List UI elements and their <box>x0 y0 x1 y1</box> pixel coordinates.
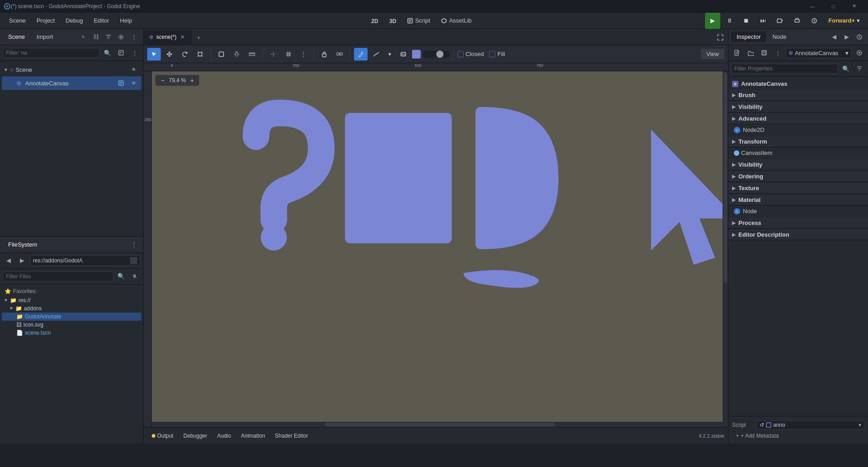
bottom-tab-audio[interactable]: Audio <box>213 431 236 441</box>
fs-item-icon[interactable]: 🖼 icon.svg <box>2 321 141 329</box>
tab-scene[interactable]: Scene <box>4 32 29 42</box>
menu-debug[interactable]: Debug <box>60 15 88 26</box>
annotatecanvas-script-btn[interactable] <box>115 77 127 89</box>
brush-section-header[interactable]: ▶ Brush <box>728 90 868 101</box>
filesystem-settings-btn[interactable]: ⋮ <box>128 238 140 250</box>
canvas-viewport[interactable]: − 79.4 % + <box>152 71 728 427</box>
editor-description-section-header[interactable]: ▶ Editor Description <box>728 229 868 240</box>
tree-item-annotatecanvas[interactable]: ⊕ AnnotateCanvas 👁 <box>2 76 141 90</box>
link-button[interactable]: ⛓ <box>90 31 102 43</box>
minimize-button[interactable]: — <box>802 0 823 13</box>
material-section-header[interactable]: ▶ Material <box>728 195 868 205</box>
ordering-section-header[interactable]: ▶ Ordering <box>728 171 868 182</box>
image-tool-btn[interactable] <box>397 48 410 61</box>
pan-tool-btn[interactable] <box>230 48 243 61</box>
process-section-header[interactable]: ▶ Process <box>728 218 868 229</box>
brush-size-slider[interactable] <box>423 51 450 58</box>
more-options-button[interactable]: ⋮ <box>128 31 140 43</box>
script-dropdown[interactable]: ▾ <box>859 422 861 428</box>
fs-item-scene[interactable]: 📄 scene.tscn <box>2 329 141 337</box>
fs-forward-btn[interactable]: ▶ <box>16 255 28 266</box>
deploy-with-remote-button[interactable] <box>807 13 822 29</box>
canvasitem-header[interactable]: CanvasItem <box>732 148 864 158</box>
tree-item-scene[interactable]: ▼ ○ Scene 👁 <box>2 63 141 76</box>
tab-filesystem[interactable]: FileSystem <box>4 239 42 250</box>
stop-button[interactable]: ⏹ <box>739 13 754 29</box>
fs-search-btn[interactable]: 🔍 <box>115 271 127 282</box>
move-tool-btn[interactable] <box>163 48 176 61</box>
scene-settings-button[interactable] <box>115 31 127 43</box>
fs-filter-input[interactable] <box>3 271 113 281</box>
toolbar-3d-btn[interactable]: 3D <box>384 13 401 29</box>
renderer-selector[interactable]: Forward+ ▾ <box>824 13 864 29</box>
scene-filter-button[interactable] <box>103 31 114 43</box>
remote-debug-button[interactable] <box>789 13 805 29</box>
play-button[interactable]: ▶ <box>705 13 720 29</box>
tab-node[interactable]: Node <box>767 32 792 42</box>
save-file-btn[interactable] <box>758 47 770 59</box>
fill-toggle[interactable]: Fill <box>489 51 505 57</box>
bottom-tab-output[interactable]: Output <box>147 431 178 441</box>
group-btn[interactable] <box>333 48 346 61</box>
curve-mode-dropdown[interactable]: ▾ <box>385 48 395 61</box>
close-button[interactable]: ✕ <box>844 0 864 13</box>
step-button[interactable]: ⏭ <box>756 13 770 29</box>
texture-section-header[interactable]: ▶ Texture <box>728 183 868 194</box>
visibility2-section-header[interactable]: ▶ Visibility <box>728 159 868 170</box>
bottom-tab-debugger[interactable]: Debugger <box>179 431 212 441</box>
closed-checkbox[interactable] <box>457 51 464 57</box>
scene-sort-button[interactable] <box>115 47 127 59</box>
menu-help[interactable]: Help <box>115 15 138 26</box>
view-button[interactable]: View <box>701 49 724 59</box>
fs-item-godotannotate[interactable]: 📁 GodotAnnotate <box>2 313 141 321</box>
bottom-tab-shader-editor[interactable]: Shader Editor <box>271 431 313 441</box>
filter-search-btn[interactable]: 🔍 <box>840 63 852 75</box>
add-metadata-btn[interactable]: + + Add Metadata <box>732 431 864 441</box>
h-scrollbar[interactable] <box>152 422 728 427</box>
rulers-btn[interactable] <box>245 48 259 61</box>
pause-button[interactable]: ⏸ <box>722 13 737 29</box>
node-selector[interactable]: ⊕ AnnotateCanvas ▾ <box>785 48 852 58</box>
advanced-section-header[interactable]: ▶ Advanced <box>728 113 868 124</box>
editor-fullscreen-btn[interactable] <box>714 32 726 43</box>
scene-visibility-btn[interactable]: 👁 <box>128 64 140 75</box>
scene-list-btn[interactable]: ⋮ <box>129 47 140 59</box>
object-picker-btn[interactable] <box>854 47 865 59</box>
fs-item-addons[interactable]: ▼ 📁 addons <box>2 304 141 313</box>
color-picker-btn[interactable] <box>412 50 421 59</box>
scene-filter-input[interactable] <box>3 48 100 58</box>
node2d-header[interactable]: ○ Node2D <box>732 125 864 135</box>
menu-project[interactable]: Project <box>31 15 60 26</box>
annotatecanvas-visibility-btn[interactable]: 👁 <box>128 77 140 89</box>
toolbar-script-btn[interactable]: Script <box>402 13 434 29</box>
scale-tool-btn[interactable] <box>193 48 207 61</box>
new-file-btn[interactable] <box>731 47 743 59</box>
tab-import[interactable]: Import <box>32 32 58 42</box>
snap-btn[interactable] <box>266 48 280 61</box>
visibility-section-header[interactable]: ▶ Visibility <box>728 102 868 112</box>
filter-properties-input[interactable] <box>731 64 838 74</box>
fs-back-btn[interactable]: ◀ <box>3 255 14 266</box>
inspector-more-btn[interactable]: ⋮ <box>772 47 784 59</box>
fill-checkbox[interactable] <box>489 51 495 57</box>
tab-inspector[interactable]: Inspector <box>731 32 766 42</box>
toolbar-assetlib-btn[interactable]: AssetLib <box>436 13 476 29</box>
h-scrollbar-thumb[interactable] <box>325 423 555 426</box>
menu-editor[interactable]: Editor <box>89 15 115 26</box>
editor-tab-add-btn[interactable]: + <box>191 30 206 45</box>
add-node-button[interactable]: + <box>77 31 89 43</box>
fs-item-res[interactable]: ▼ 📁 res:// <box>2 296 141 304</box>
inspector-nav-back[interactable]: ◀ <box>828 31 840 43</box>
pencil-tool-btn[interactable] <box>354 48 368 61</box>
movie-button[interactable] <box>772 13 788 29</box>
inspector-nav-forward[interactable]: ▶ <box>841 31 853 43</box>
select-mode-btn[interactable] <box>215 48 228 61</box>
rotate-tool-btn[interactable] <box>178 48 191 61</box>
filter-options-btn[interactable] <box>854 63 865 75</box>
script-value[interactable]: ↺ anno ▾ <box>756 420 864 430</box>
v-scrollbar[interactable] <box>723 71 728 422</box>
scene-search-button[interactable]: 🔍 <box>102 47 113 59</box>
open-file-btn[interactable] <box>745 47 756 59</box>
closed-toggle[interactable]: Closed <box>457 51 484 57</box>
toolbar-2d-btn[interactable]: 2D <box>366 13 383 29</box>
